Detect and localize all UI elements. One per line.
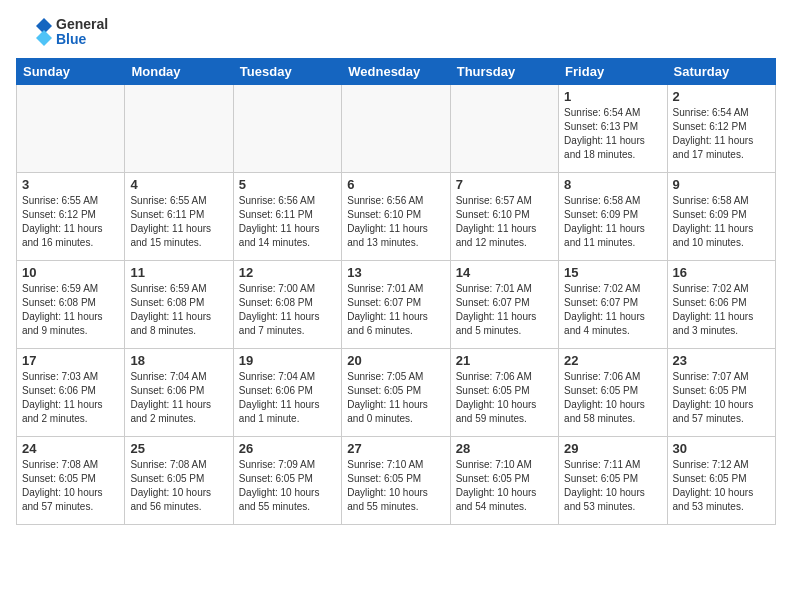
day-number: 17 [22, 353, 119, 368]
weekday-header: Monday [125, 59, 233, 85]
day-number: 25 [130, 441, 227, 456]
day-info: Sunrise: 7:06 AMSunset: 6:05 PMDaylight:… [456, 370, 553, 426]
weekday-header: Wednesday [342, 59, 450, 85]
day-number: 8 [564, 177, 661, 192]
weekday-header: Saturday [667, 59, 775, 85]
day-info: Sunrise: 7:10 AMSunset: 6:05 PMDaylight:… [347, 458, 444, 514]
calendar-cell [233, 85, 341, 173]
calendar-cell: 17Sunrise: 7:03 AMSunset: 6:06 PMDayligh… [17, 349, 125, 437]
day-number: 29 [564, 441, 661, 456]
day-info: Sunrise: 7:03 AMSunset: 6:06 PMDaylight:… [22, 370, 119, 426]
day-info: Sunrise: 7:04 AMSunset: 6:06 PMDaylight:… [239, 370, 336, 426]
day-info: Sunrise: 6:55 AMSunset: 6:12 PMDaylight:… [22, 194, 119, 250]
day-info: Sunrise: 6:55 AMSunset: 6:11 PMDaylight:… [130, 194, 227, 250]
calendar-week: 17Sunrise: 7:03 AMSunset: 6:06 PMDayligh… [17, 349, 776, 437]
day-number: 21 [456, 353, 553, 368]
calendar-header: SundayMondayTuesdayWednesdayThursdayFrid… [17, 59, 776, 85]
calendar-cell: 3Sunrise: 6:55 AMSunset: 6:12 PMDaylight… [17, 173, 125, 261]
calendar-cell: 5Sunrise: 6:56 AMSunset: 6:11 PMDaylight… [233, 173, 341, 261]
weekday-header: Thursday [450, 59, 558, 85]
day-info: Sunrise: 6:54 AMSunset: 6:13 PMDaylight:… [564, 106, 661, 162]
day-info: Sunrise: 7:02 AMSunset: 6:07 PMDaylight:… [564, 282, 661, 338]
day-info: Sunrise: 7:07 AMSunset: 6:05 PMDaylight:… [673, 370, 770, 426]
calendar-cell: 13Sunrise: 7:01 AMSunset: 6:07 PMDayligh… [342, 261, 450, 349]
calendar-cell: 16Sunrise: 7:02 AMSunset: 6:06 PMDayligh… [667, 261, 775, 349]
calendar-cell: 30Sunrise: 7:12 AMSunset: 6:05 PMDayligh… [667, 437, 775, 525]
weekday-header: Tuesday [233, 59, 341, 85]
calendar-week: 1Sunrise: 6:54 AMSunset: 6:13 PMDaylight… [17, 85, 776, 173]
day-info: Sunrise: 7:06 AMSunset: 6:05 PMDaylight:… [564, 370, 661, 426]
calendar-cell: 11Sunrise: 6:59 AMSunset: 6:08 PMDayligh… [125, 261, 233, 349]
calendar-cell: 26Sunrise: 7:09 AMSunset: 6:05 PMDayligh… [233, 437, 341, 525]
day-number: 22 [564, 353, 661, 368]
day-info: Sunrise: 7:12 AMSunset: 6:05 PMDaylight:… [673, 458, 770, 514]
calendar-cell: 18Sunrise: 7:04 AMSunset: 6:06 PMDayligh… [125, 349, 233, 437]
calendar-week: 3Sunrise: 6:55 AMSunset: 6:12 PMDaylight… [17, 173, 776, 261]
weekday-header: Sunday [17, 59, 125, 85]
calendar-cell: 7Sunrise: 6:57 AMSunset: 6:10 PMDaylight… [450, 173, 558, 261]
calendar-cell: 9Sunrise: 6:58 AMSunset: 6:09 PMDaylight… [667, 173, 775, 261]
day-info: Sunrise: 6:57 AMSunset: 6:10 PMDaylight:… [456, 194, 553, 250]
calendar-cell: 10Sunrise: 6:59 AMSunset: 6:08 PMDayligh… [17, 261, 125, 349]
day-info: Sunrise: 6:58 AMSunset: 6:09 PMDaylight:… [564, 194, 661, 250]
day-number: 14 [456, 265, 553, 280]
svg-rect-0 [16, 14, 52, 50]
day-number: 24 [22, 441, 119, 456]
calendar-cell [450, 85, 558, 173]
calendar-cell: 29Sunrise: 7:11 AMSunset: 6:05 PMDayligh… [559, 437, 667, 525]
day-number: 5 [239, 177, 336, 192]
day-info: Sunrise: 6:54 AMSunset: 6:12 PMDaylight:… [673, 106, 770, 162]
calendar-cell: 12Sunrise: 7:00 AMSunset: 6:08 PMDayligh… [233, 261, 341, 349]
day-info: Sunrise: 7:11 AMSunset: 6:05 PMDaylight:… [564, 458, 661, 514]
logo-container: General Blue [16, 14, 108, 50]
logo-svg [16, 14, 52, 50]
day-number: 2 [673, 89, 770, 104]
day-info: Sunrise: 7:05 AMSunset: 6:05 PMDaylight:… [347, 370, 444, 426]
day-info: Sunrise: 7:08 AMSunset: 6:05 PMDaylight:… [130, 458, 227, 514]
day-number: 28 [456, 441, 553, 456]
calendar-cell: 28Sunrise: 7:10 AMSunset: 6:05 PMDayligh… [450, 437, 558, 525]
day-number: 20 [347, 353, 444, 368]
day-info: Sunrise: 7:01 AMSunset: 6:07 PMDaylight:… [347, 282, 444, 338]
day-number: 13 [347, 265, 444, 280]
calendar-cell: 14Sunrise: 7:01 AMSunset: 6:07 PMDayligh… [450, 261, 558, 349]
calendar-table: SundayMondayTuesdayWednesdayThursdayFrid… [16, 58, 776, 525]
header: General Blue [16, 10, 776, 50]
calendar-cell: 25Sunrise: 7:08 AMSunset: 6:05 PMDayligh… [125, 437, 233, 525]
day-number: 4 [130, 177, 227, 192]
day-number: 30 [673, 441, 770, 456]
calendar-cell: 4Sunrise: 6:55 AMSunset: 6:11 PMDaylight… [125, 173, 233, 261]
calendar-page: General Blue SundayMondayTuesdayWednesda… [0, 0, 792, 541]
day-number: 18 [130, 353, 227, 368]
day-info: Sunrise: 6:59 AMSunset: 6:08 PMDaylight:… [22, 282, 119, 338]
day-info: Sunrise: 6:56 AMSunset: 6:11 PMDaylight:… [239, 194, 336, 250]
day-number: 26 [239, 441, 336, 456]
day-number: 7 [456, 177, 553, 192]
day-info: Sunrise: 6:58 AMSunset: 6:09 PMDaylight:… [673, 194, 770, 250]
day-number: 6 [347, 177, 444, 192]
day-number: 16 [673, 265, 770, 280]
day-number: 23 [673, 353, 770, 368]
day-info: Sunrise: 7:02 AMSunset: 6:06 PMDaylight:… [673, 282, 770, 338]
day-number: 12 [239, 265, 336, 280]
calendar-body: 1Sunrise: 6:54 AMSunset: 6:13 PMDaylight… [17, 85, 776, 525]
logo: General Blue [16, 14, 108, 50]
calendar-cell: 22Sunrise: 7:06 AMSunset: 6:05 PMDayligh… [559, 349, 667, 437]
calendar-cell: 19Sunrise: 7:04 AMSunset: 6:06 PMDayligh… [233, 349, 341, 437]
calendar-cell: 21Sunrise: 7:06 AMSunset: 6:05 PMDayligh… [450, 349, 558, 437]
day-info: Sunrise: 6:56 AMSunset: 6:10 PMDaylight:… [347, 194, 444, 250]
calendar-cell: 15Sunrise: 7:02 AMSunset: 6:07 PMDayligh… [559, 261, 667, 349]
day-info: Sunrise: 7:01 AMSunset: 6:07 PMDaylight:… [456, 282, 553, 338]
logo-general-text: General [56, 17, 108, 32]
day-info: Sunrise: 7:08 AMSunset: 6:05 PMDaylight:… [22, 458, 119, 514]
day-number: 9 [673, 177, 770, 192]
calendar-cell [342, 85, 450, 173]
calendar-cell: 2Sunrise: 6:54 AMSunset: 6:12 PMDaylight… [667, 85, 775, 173]
calendar-week: 10Sunrise: 6:59 AMSunset: 6:08 PMDayligh… [17, 261, 776, 349]
day-info: Sunrise: 7:00 AMSunset: 6:08 PMDaylight:… [239, 282, 336, 338]
day-number: 11 [130, 265, 227, 280]
logo-blue-text: Blue [56, 32, 108, 47]
logo-text: General Blue [56, 17, 108, 48]
calendar-cell: 1Sunrise: 6:54 AMSunset: 6:13 PMDaylight… [559, 85, 667, 173]
day-info: Sunrise: 7:10 AMSunset: 6:05 PMDaylight:… [456, 458, 553, 514]
